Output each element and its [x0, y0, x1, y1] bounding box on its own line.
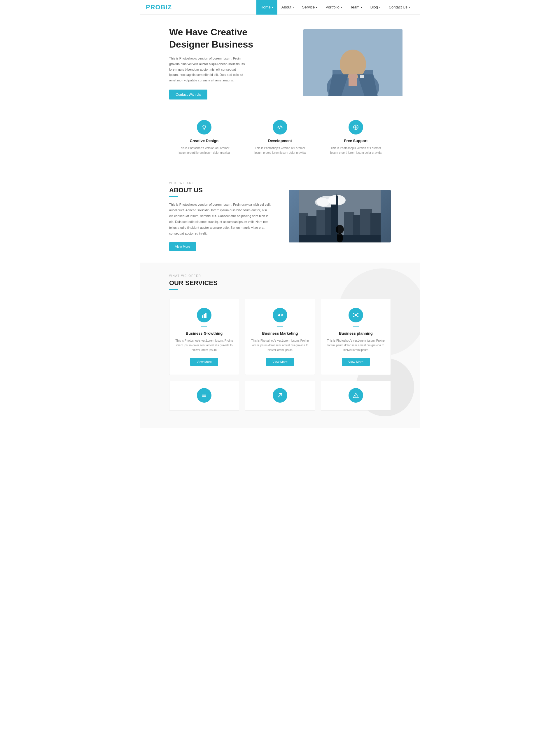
svg-rect-30 — [205, 313, 206, 318]
nav-item-about[interactable]: About ▾ — [277, 0, 298, 15]
megaphone-icon — [273, 308, 287, 322]
card-divider-3 — [353, 327, 359, 327]
about-divider — [169, 196, 178, 197]
service-card-1: Business Growthing This is Photoshop's v… — [169, 299, 239, 375]
svg-point-39 — [356, 396, 356, 397]
list-icon — [197, 388, 212, 403]
feature-desc-1: This is Photoshop's version of Loremer I… — [175, 146, 233, 155]
svg-rect-27 — [337, 233, 343, 242]
service-desc-1: This is Photoshop's ver.Lorem ipsum. Pro… — [175, 338, 233, 353]
svg-point-13 — [315, 198, 329, 206]
svg-point-34 — [353, 316, 354, 317]
card-divider-1 — [201, 327, 207, 327]
nav-item-team[interactable]: Team ▾ — [346, 0, 366, 15]
about-label: WHO WE ARE — [169, 181, 271, 185]
features-section: Creative Design This is Photoshop's vers… — [140, 105, 420, 170]
hero-description: This is Photoshop's version of Lorem Ips… — [169, 56, 245, 83]
svg-rect-37 — [202, 395, 206, 396]
chevron-down-icon: ▾ — [379, 6, 381, 9]
card-divider-2 — [277, 327, 283, 327]
chevron-down-icon: ▾ — [272, 6, 273, 9]
svg-point-8 — [203, 125, 206, 128]
feature-title-1: Creative Design — [175, 139, 233, 143]
code-icon — [273, 120, 287, 135]
feature-desc-3: This is Photoshop's version of Loremer I… — [327, 146, 385, 155]
hero-title: We Have Creative Designer Business — [169, 26, 286, 51]
about-section: WHO WE ARE ABOUT US This is Photoshop's … — [140, 170, 420, 263]
hero-image — [303, 29, 402, 96]
service-title-3: Business planning — [327, 331, 385, 336]
feature-development: Development This is Photoshop's version … — [251, 120, 309, 155]
service-card-6 — [321, 381, 391, 411]
svg-point-32 — [353, 313, 354, 314]
about-image — [289, 190, 391, 242]
svg-point-26 — [336, 225, 344, 234]
about-text-block: WHO WE ARE ABOUT US This is Photoshop's … — [169, 181, 271, 251]
hero-cta-button[interactable]: Contact With Us — [169, 90, 207, 99]
service-card-5 — [245, 381, 315, 411]
svg-rect-36 — [202, 394, 206, 394]
brand-logo[interactable]: PROBIZ — [146, 3, 172, 11]
chevron-down-icon: ▾ — [293, 6, 294, 9]
nav-item-blog[interactable]: Blog ▾ — [366, 0, 385, 15]
navbar: PROBIZ Home ▾ About ▾ Service ▾ Portfoli… — [140, 0, 420, 15]
svg-point-35 — [357, 316, 358, 317]
services-section: WHAT WE OFFER OUR SERVICES Business Grow… — [140, 262, 420, 428]
feature-title-3: Free Support — [327, 139, 385, 143]
hero-section: We Have Creative Designer Business This … — [140, 15, 420, 105]
svg-rect-38 — [202, 396, 206, 397]
chevron-down-icon: ▾ — [361, 6, 362, 9]
service-title-2: Business Marketing — [251, 331, 309, 336]
warning-icon — [348, 388, 363, 403]
service-title-1: Business Growthing — [175, 331, 233, 336]
service-desc-2: This is Photoshop's ver.Lorem ipsum. Pro… — [251, 338, 309, 353]
nav-item-portfolio[interactable]: Portfolio ▾ — [321, 0, 346, 15]
svg-rect-29 — [204, 314, 205, 318]
chart-icon — [197, 308, 212, 322]
about-title: ABOUT US — [169, 186, 271, 194]
arrow-icon — [273, 388, 287, 403]
hero-text-block: We Have Creative Designer Business This … — [169, 26, 286, 99]
nav-menu: Home ▾ About ▾ Service ▾ Portfolio ▾ Tea… — [256, 0, 414, 15]
about-description: This is Photoshop's version of Lorem Ips… — [169, 202, 271, 237]
service-card-2: Business Marketing This is Photoshop's v… — [245, 299, 315, 375]
feature-creative-design: Creative Design This is Photoshop's vers… — [175, 120, 233, 155]
service-view-more-1[interactable]: View More — [190, 358, 218, 366]
service-view-more-2[interactable]: View More — [266, 358, 294, 366]
globe-icon — [348, 120, 363, 135]
chevron-down-icon: ▾ — [316, 6, 317, 9]
services-grid-row2 — [169, 381, 391, 411]
about-city-svg — [289, 190, 391, 242]
lightbulb-icon — [197, 120, 212, 135]
nav-item-home[interactable]: Home ▾ — [256, 0, 277, 15]
service-desc-3: This is Photoshop's ver.Lorem ipsum. Pro… — [327, 338, 385, 353]
chevron-down-icon: ▾ — [408, 6, 410, 9]
hero-person-svg — [303, 29, 402, 96]
svg-rect-7 — [360, 75, 364, 78]
svg-rect-4 — [348, 74, 357, 86]
feature-title-2: Development — [251, 139, 309, 143]
nav-item-contact[interactable]: Contact Us ▾ — [385, 0, 414, 15]
service-card-4 — [169, 381, 239, 411]
nav-item-service[interactable]: Service ▾ — [298, 0, 321, 15]
service-card-3: Business planning This is Photoshop's ve… — [321, 299, 391, 375]
chevron-down-icon: ▾ — [341, 6, 342, 9]
svg-rect-28 — [202, 315, 203, 318]
service-view-more-3[interactable]: View More — [342, 358, 370, 366]
about-image-block — [289, 190, 391, 242]
feature-free-support: Free Support This is Photoshop's version… — [327, 120, 385, 155]
about-view-more-button[interactable]: View More — [169, 242, 196, 251]
services-grid: Business Growthing This is Photoshop's v… — [169, 299, 391, 375]
services-divider — [169, 289, 178, 290]
hero-image-block — [286, 29, 402, 96]
feature-desc-2: This is Photoshop's version of Loremer I… — [251, 146, 309, 155]
network-icon — [348, 308, 363, 322]
svg-point-33 — [357, 313, 358, 314]
